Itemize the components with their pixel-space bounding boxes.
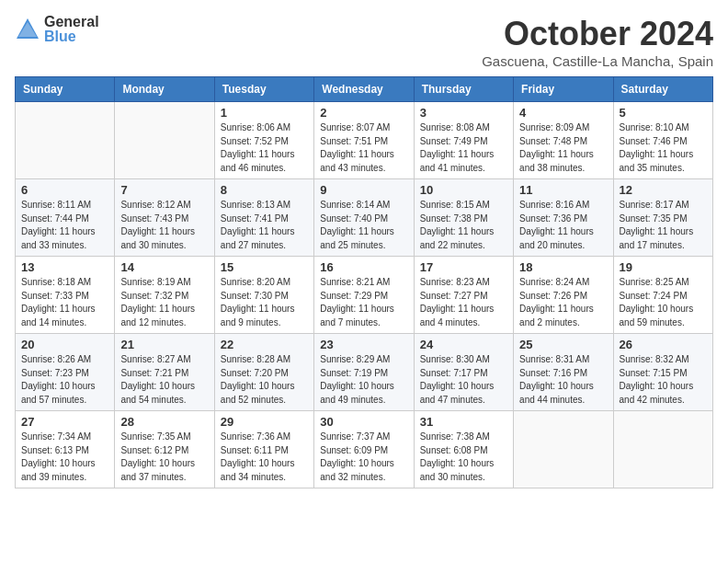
day-info: Sunrise: 7:37 AM Sunset: 6:09 PM Dayligh… [320, 431, 407, 484]
day-number: 27 [21, 415, 108, 429]
day-number: 9 [320, 183, 407, 197]
day-number: 20 [21, 338, 108, 351]
logo-icon [15, 17, 40, 42]
day-info: Sunrise: 8:12 AM Sunset: 7:43 PM Dayligh… [120, 199, 208, 252]
day-info: Sunrise: 8:24 AM Sunset: 7:26 PM Dayligh… [519, 276, 607, 329]
day-info: Sunrise: 8:07 AM Sunset: 7:51 PM Dayligh… [320, 121, 407, 175]
calendar-cell [16, 102, 115, 179]
day-info: Sunrise: 8:13 AM Sunset: 7:41 PM Dayligh… [221, 199, 308, 252]
page-header: General Blue October 2024 Gascuena, Cast… [15, 15, 713, 69]
logo: General Blue [15, 15, 99, 44]
calendar-cell: 12Sunrise: 8:17 AM Sunset: 7:35 PM Dayli… [613, 179, 712, 257]
svg-marker-1 [18, 22, 37, 37]
calendar-cell: 20Sunrise: 8:26 AM Sunset: 7:23 PM Dayli… [16, 334, 115, 411]
day-number: 19 [620, 260, 707, 274]
calendar-cell: 30Sunrise: 7:37 AM Sunset: 6:09 PM Dayli… [314, 411, 414, 488]
calendar-cell: 10Sunrise: 8:15 AM Sunset: 7:38 PM Dayli… [414, 179, 513, 257]
calendar-cell: 18Sunrise: 8:24 AM Sunset: 7:26 PM Dayli… [514, 257, 613, 334]
day-number: 21 [120, 338, 208, 351]
calendar-cell [514, 411, 613, 488]
calendar-cell: 8Sunrise: 8:13 AM Sunset: 7:41 PM Daylig… [214, 179, 313, 257]
day-info: Sunrise: 8:23 AM Sunset: 7:27 PM Dayligh… [420, 276, 507, 329]
day-info: Sunrise: 7:35 AM Sunset: 6:12 PM Dayligh… [120, 431, 208, 484]
calendar-cell: 31Sunrise: 7:38 AM Sunset: 6:08 PM Dayli… [414, 411, 513, 488]
day-number: 16 [320, 260, 407, 274]
day-number: 17 [420, 260, 507, 274]
calendar-cell: 14Sunrise: 8:19 AM Sunset: 7:32 PM Dayli… [115, 257, 214, 334]
day-info: Sunrise: 8:29 AM Sunset: 7:19 PM Dayligh… [320, 353, 407, 407]
calendar-cell: 1Sunrise: 8:06 AM Sunset: 7:52 PM Daylig… [214, 102, 313, 179]
calendar-table: SundayMondayTuesdayWednesdayThursdayFrid… [15, 76, 713, 488]
calendar-cell: 2Sunrise: 8:07 AM Sunset: 7:51 PM Daylig… [314, 102, 414, 179]
logo-text: General Blue [44, 15, 99, 44]
day-number: 29 [221, 415, 308, 429]
day-number: 30 [320, 415, 407, 429]
day-info: Sunrise: 8:19 AM Sunset: 7:32 PM Dayligh… [120, 276, 208, 329]
calendar-cell: 22Sunrise: 8:28 AM Sunset: 7:20 PM Dayli… [214, 334, 313, 411]
calendar-week-row: 27Sunrise: 7:34 AM Sunset: 6:13 PM Dayli… [16, 411, 713, 488]
day-info: Sunrise: 8:27 AM Sunset: 7:21 PM Dayligh… [120, 353, 208, 407]
day-info: Sunrise: 8:06 AM Sunset: 7:52 PM Dayligh… [221, 121, 308, 175]
location-label: Gascuena, Castille-La Mancha, Spain [482, 53, 713, 69]
day-info: Sunrise: 8:28 AM Sunset: 7:20 PM Dayligh… [221, 353, 308, 407]
day-info: Sunrise: 8:18 AM Sunset: 7:33 PM Dayligh… [21, 276, 108, 329]
day-info: Sunrise: 8:15 AM Sunset: 7:38 PM Dayligh… [420, 199, 507, 252]
calendar-cell: 29Sunrise: 7:36 AM Sunset: 6:11 PM Dayli… [214, 411, 313, 488]
day-info: Sunrise: 8:25 AM Sunset: 7:24 PM Dayligh… [620, 276, 707, 329]
calendar-week-row: 1Sunrise: 8:06 AM Sunset: 7:52 PM Daylig… [16, 102, 713, 179]
calendar-cell: 23Sunrise: 8:29 AM Sunset: 7:19 PM Dayli… [314, 334, 414, 411]
day-number: 12 [620, 183, 707, 197]
calendar-cell: 17Sunrise: 8:23 AM Sunset: 7:27 PM Dayli… [414, 257, 513, 334]
calendar-week-row: 20Sunrise: 8:26 AM Sunset: 7:23 PM Dayli… [16, 334, 713, 411]
day-info: Sunrise: 8:10 AM Sunset: 7:46 PM Dayligh… [620, 121, 707, 175]
day-number: 11 [519, 183, 607, 197]
day-info: Sunrise: 8:16 AM Sunset: 7:36 PM Dayligh… [519, 199, 607, 252]
day-number: 15 [221, 260, 308, 274]
calendar-cell: 9Sunrise: 8:14 AM Sunset: 7:40 PM Daylig… [314, 179, 414, 257]
day-number: 13 [21, 260, 108, 274]
day-number: 23 [320, 338, 407, 351]
day-number: 3 [420, 106, 507, 120]
day-info: Sunrise: 7:38 AM Sunset: 6:08 PM Dayligh… [420, 431, 507, 484]
day-number: 7 [120, 183, 208, 197]
calendar-week-row: 6Sunrise: 8:11 AM Sunset: 7:44 PM Daylig… [16, 179, 713, 257]
calendar-cell: 7Sunrise: 8:12 AM Sunset: 7:43 PM Daylig… [115, 179, 214, 257]
day-info: Sunrise: 8:21 AM Sunset: 7:29 PM Dayligh… [320, 276, 407, 329]
calendar-cell: 26Sunrise: 8:32 AM Sunset: 7:15 PM Dayli… [613, 334, 712, 411]
calendar-cell: 3Sunrise: 8:08 AM Sunset: 7:49 PM Daylig… [414, 102, 513, 179]
calendar-cell: 6Sunrise: 8:11 AM Sunset: 7:44 PM Daylig… [16, 179, 115, 257]
calendar-cell [613, 411, 712, 488]
day-info: Sunrise: 7:36 AM Sunset: 6:11 PM Dayligh… [221, 431, 308, 484]
day-number: 25 [519, 338, 607, 351]
day-number: 28 [120, 415, 208, 429]
column-header-monday: Monday [115, 77, 214, 102]
day-number: 4 [519, 106, 607, 120]
logo-blue-label: Blue [44, 29, 99, 44]
day-number: 10 [420, 183, 507, 197]
title-block: October 2024 Gascuena, Castille-La Manch… [482, 15, 713, 69]
month-title: October 2024 [482, 15, 713, 53]
day-number: 1 [221, 106, 308, 120]
day-number: 14 [120, 260, 208, 274]
calendar-cell: 5Sunrise: 8:10 AM Sunset: 7:46 PM Daylig… [613, 102, 712, 179]
day-number: 2 [320, 106, 407, 120]
column-header-thursday: Thursday [414, 77, 513, 102]
calendar-cell: 11Sunrise: 8:16 AM Sunset: 7:36 PM Dayli… [514, 179, 613, 257]
calendar-cell: 15Sunrise: 8:20 AM Sunset: 7:30 PM Dayli… [214, 257, 313, 334]
column-header-wednesday: Wednesday [314, 77, 414, 102]
day-info: Sunrise: 7:34 AM Sunset: 6:13 PM Dayligh… [21, 431, 108, 484]
day-info: Sunrise: 8:11 AM Sunset: 7:44 PM Dayligh… [21, 199, 108, 252]
calendar-cell: 21Sunrise: 8:27 AM Sunset: 7:21 PM Dayli… [115, 334, 214, 411]
day-number: 8 [221, 183, 308, 197]
calendar-cell: 16Sunrise: 8:21 AM Sunset: 7:29 PM Dayli… [314, 257, 414, 334]
day-number: 22 [221, 338, 308, 351]
day-number: 31 [420, 415, 507, 429]
column-header-saturday: Saturday [613, 77, 712, 102]
calendar-cell: 4Sunrise: 8:09 AM Sunset: 7:48 PM Daylig… [514, 102, 613, 179]
column-header-tuesday: Tuesday [214, 77, 313, 102]
calendar-cell: 28Sunrise: 7:35 AM Sunset: 6:12 PM Dayli… [115, 411, 214, 488]
day-info: Sunrise: 8:09 AM Sunset: 7:48 PM Dayligh… [519, 121, 607, 175]
calendar-cell: 27Sunrise: 7:34 AM Sunset: 6:13 PM Dayli… [16, 411, 115, 488]
day-info: Sunrise: 8:32 AM Sunset: 7:15 PM Dayligh… [620, 353, 707, 407]
calendar-header-row: SundayMondayTuesdayWednesdayThursdayFrid… [16, 77, 713, 102]
